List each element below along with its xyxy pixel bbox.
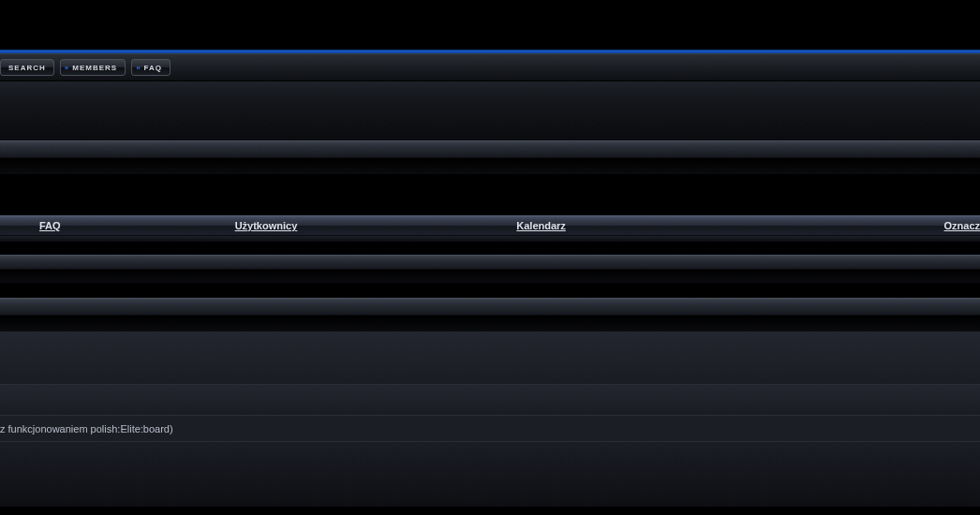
forum-nav-bar: FAQ Użytkownicy Kalendarz Oznacz — [0, 215, 980, 236]
faq-button[interactable]: » FAQ — [131, 59, 171, 76]
members-button-label: MEMBERS — [72, 64, 117, 72]
forum-panel — [0, 331, 980, 384]
nav-link-calendar[interactable]: Kalendarz — [516, 220, 566, 231]
panel-tail — [0, 441, 980, 507]
forum-description-row: z funkcjonowaniem polish:Elite:board) — [0, 415, 980, 441]
search-button[interactable]: SEARCH — [0, 59, 54, 76]
header-panel — [0, 81, 980, 140]
forum-row — [0, 385, 980, 415]
forum-description-text: z funkcjonowaniem polish:Elite:board) — [0, 423, 173, 434]
chevron-right-icon: » — [136, 64, 141, 72]
chevron-right-icon: » — [65, 64, 69, 72]
gap — [0, 242, 980, 255]
section-header-bar — [0, 255, 980, 283]
faq-button-label: FAQ — [144, 64, 162, 72]
top-toolbar: SEARCH » MEMBERS » FAQ — [0, 53, 980, 81]
gap — [0, 174, 980, 215]
gap — [0, 283, 980, 298]
search-button-label: SEARCH — [8, 64, 46, 72]
header-space — [0, 0, 980, 50]
nav-link-faq[interactable]: FAQ — [39, 220, 61, 231]
category-bar-2 — [0, 298, 980, 331]
nav-link-mark[interactable]: Oznacz — [943, 220, 980, 231]
category-bar — [0, 140, 980, 174]
members-button[interactable]: » MEMBERS — [60, 59, 126, 76]
nav-link-users[interactable]: Użytkownicy — [235, 220, 298, 231]
